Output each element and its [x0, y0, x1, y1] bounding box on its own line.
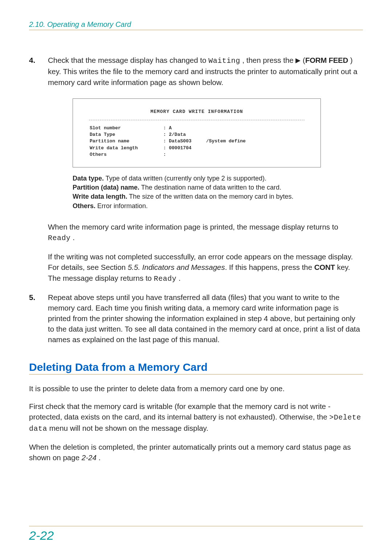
figure-table: Slot number: A Data Type: 2/Data Partiti… — [89, 125, 249, 158]
table-row: Write data length: 00001704 — [90, 145, 249, 151]
text: menu will not be shown on the message di… — [47, 424, 208, 432]
text: , then press the — [240, 56, 296, 64]
step-body: Repeat above steps until you have transf… — [48, 292, 363, 345]
extra — [195, 145, 249, 151]
value: : 2/Data — [142, 132, 195, 138]
lcd-ready: Ready — [48, 234, 71, 242]
step-number: 4. — [29, 55, 48, 88]
legend-term: Others. — [73, 202, 95, 210]
legend-def: Type of data written (currently only typ… — [104, 175, 266, 182]
lcd-waiting: Waiting — [208, 57, 240, 65]
step-4: 4. Check that the message display has ch… — [29, 55, 363, 88]
info-page-figure: MEMORY CARD WRITE INFORMATION Slot numbe… — [73, 98, 321, 168]
label: Partition name — [90, 138, 141, 144]
label: Slot number — [90, 125, 141, 131]
figure-legend: Data type. Type of data written (current… — [73, 174, 319, 211]
page-footer: 2-22 — [29, 526, 363, 543]
legend-def: Error information. — [95, 202, 148, 210]
extra: /System define — [195, 138, 249, 144]
page-number: 2-22 — [29, 528, 363, 543]
legend-term: Data type. — [73, 175, 104, 182]
text: First check that the memory card is writ… — [29, 402, 331, 421]
legend-term: Write data length. — [73, 193, 127, 200]
legend-def: The destination name of data written to … — [139, 184, 281, 191]
lcd-ready: Ready — [154, 275, 177, 283]
paragraph: When the memory card write information p… — [48, 222, 363, 244]
value: : — [142, 152, 195, 158]
form-feed-key: FORM FEED — [305, 56, 348, 64]
step-body: Check that the message display has chang… — [48, 55, 363, 88]
step-5: 5. Repeat above steps until you have tra… — [29, 292, 363, 345]
table-row: Partition name: DataS003/System define — [90, 138, 249, 144]
label: Write data length — [90, 145, 141, 151]
text: . If this happens, press the — [225, 263, 314, 271]
text: . — [71, 233, 75, 242]
table-row: Data Type: 2/Data — [90, 132, 249, 138]
legend-def: The size of the written data on the memo… — [127, 193, 294, 200]
step-number: 5. — [29, 292, 48, 345]
cont-key: CONT — [314, 263, 335, 271]
paragraph: If the writing was not completed success… — [48, 251, 363, 284]
paragraph: It is possible to use the printer to del… — [29, 383, 363, 394]
extra — [195, 132, 249, 138]
text: When the memory card write information p… — [48, 223, 338, 231]
label: Data Type — [90, 132, 141, 138]
label: Others — [90, 152, 141, 158]
text: . — [176, 274, 180, 282]
page-reference: 2-24 — [82, 453, 97, 462]
extra — [195, 125, 249, 131]
text: ( — [301, 56, 305, 64]
value: : DataS003 — [142, 138, 195, 144]
paragraph: When the deletion is completed, the prin… — [29, 442, 363, 463]
value: : 00001704 — [142, 145, 195, 151]
extra — [195, 152, 249, 158]
cross-reference: 5.5. Indicators and Messages — [128, 263, 225, 271]
table-row: Slot number: A — [90, 125, 249, 131]
value: : A — [142, 125, 195, 131]
figure-title: MEMORY CARD WRITE INFORMATION — [89, 109, 305, 115]
text: When the deletion is completed, the prin… — [29, 443, 351, 462]
table-row: Others: — [90, 152, 249, 158]
running-header: 2.10. Operating a Memory Card — [29, 20, 363, 30]
legend-term: Partition (data) name. — [73, 184, 139, 191]
section-heading: Deleting Data from a Memory Card — [29, 361, 363, 374]
page-content: 4. Check that the message display has ch… — [29, 55, 363, 463]
paragraph: First check that the memory card is writ… — [29, 401, 363, 434]
play-icon: ▶ — [295, 57, 301, 64]
text: . — [97, 453, 101, 462]
text: Check that the message display has chang… — [48, 56, 208, 64]
divider — [89, 120, 305, 120]
